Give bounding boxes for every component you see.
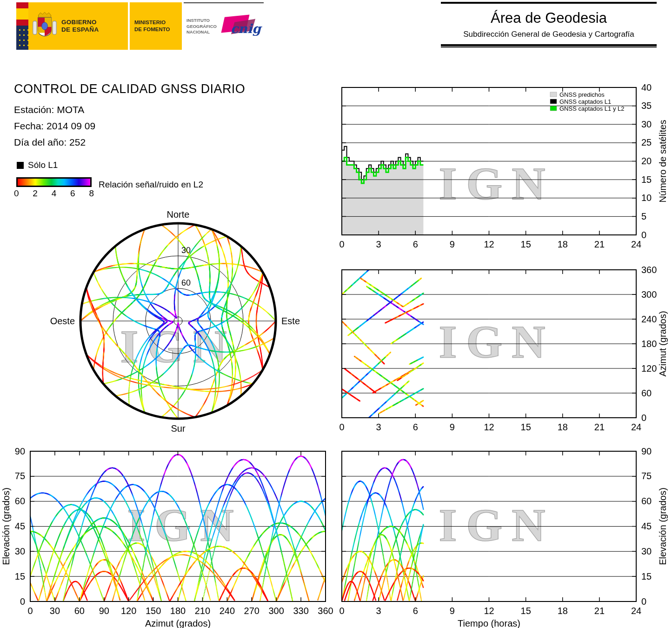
snr-tick: 6 xyxy=(70,188,75,199)
area-geodesia-header: Área de Geodesia Subdirección General de… xyxy=(441,2,657,47)
instituto-label: INSTITUTO GEOGRÁFICO NACIONAL xyxy=(186,18,217,35)
flag-stripe xyxy=(16,2,28,8)
government-header: GOBIERNO DE ESPAÑA MINISTERIO DE FOMENTO… xyxy=(16,2,264,50)
solo-l1-legend: Sólo L1 xyxy=(17,160,58,170)
gobierno-label: GOBIERNO DE ESPAÑA xyxy=(61,19,99,33)
day-of-year-label: Día del año: 252 xyxy=(14,137,245,148)
flag-stripe xyxy=(16,20,28,26)
cnig-label: cnig xyxy=(231,21,261,36)
area-subtitle: Subdirección General de Geodesia y Carto… xyxy=(441,30,657,39)
date-label: Fecha: 2014 09 09 xyxy=(14,120,245,132)
snr-label: Relación señal/ruido en L2 xyxy=(99,180,203,190)
snr-tick: 0 xyxy=(14,188,19,199)
snr-tick: 2 xyxy=(33,188,38,199)
flag-stripe xyxy=(16,8,28,20)
snr-tick: 4 xyxy=(52,188,57,199)
snr-gradient-bar xyxy=(16,177,92,187)
ign-logo: INSTITUTO GEOGRÁFICO NACIONAL cnig xyxy=(184,2,264,50)
report-title: CONTROL DE CALIDAD GNSS DIARIO xyxy=(14,82,245,96)
gnss-daily-report: GOBIERNO DE ESPAÑA MINISTERIO DE FOMENTO… xyxy=(0,0,672,628)
cnig-logo: cnig xyxy=(219,12,261,41)
black-square-icon xyxy=(17,162,24,169)
ministerio-label: MINISTERIO DE FOMENTO xyxy=(134,19,170,33)
solo-l1-label: Sólo L1 xyxy=(28,160,58,170)
snr-colorbar: 0 2 4 6 8 xyxy=(16,177,94,199)
header-rule xyxy=(441,44,657,47)
coat-of-arms-icon xyxy=(32,11,57,41)
eu-stars-icon xyxy=(16,26,28,50)
gobierno-logo: GOBIERNO DE ESPAÑA xyxy=(16,2,128,50)
snr-tick: 8 xyxy=(89,188,94,199)
spain-flag-icon xyxy=(16,2,28,50)
station-label: Estación: MOTA xyxy=(14,104,245,115)
ministerio-logo: MINISTERIO DE FOMENTO xyxy=(130,2,182,50)
report-info: CONTROL DE CALIDAD GNSS DIARIO Estación:… xyxy=(14,82,245,153)
area-title: Área de Geodesia xyxy=(441,10,657,27)
snr-tick-row: 0 2 4 6 8 xyxy=(14,188,94,199)
